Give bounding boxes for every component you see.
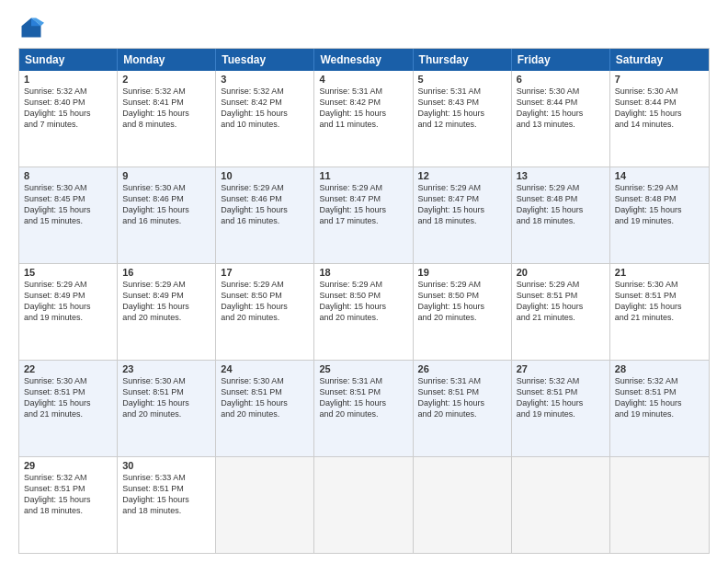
day-details: Sunrise: 5:29 AMSunset: 8:47 PMDaylight:…: [418, 182, 506, 227]
day-cell-9: 9Sunrise: 5:30 AMSunset: 8:46 PMDaylight…: [118, 167, 216, 263]
day-details: Sunrise: 5:29 AMSunset: 8:49 PMDaylight:…: [122, 279, 210, 324]
day-details: Sunrise: 5:30 AMSunset: 8:44 PMDaylight:…: [615, 86, 704, 131]
day-details: Sunrise: 5:31 AMSunset: 8:51 PMDaylight:…: [418, 375, 506, 420]
calendar-row-1: 8Sunrise: 5:30 AMSunset: 8:45 PMDaylight…: [19, 167, 709, 263]
day-details: Sunrise: 5:29 AMSunset: 8:47 PMDaylight:…: [319, 182, 407, 227]
day-cell-4: 4Sunrise: 5:31 AMSunset: 8:42 PMDaylight…: [314, 71, 413, 167]
day-details: Sunrise: 5:29 AMSunset: 8:48 PMDaylight:…: [517, 182, 605, 227]
day-details: Sunrise: 5:30 AMSunset: 8:45 PMDaylight:…: [24, 182, 112, 227]
day-cell-18: 18Sunrise: 5:29 AMSunset: 8:50 PMDayligh…: [314, 264, 413, 360]
header-day-sunday: Sunday: [19, 49, 118, 71]
day-number: 5: [418, 74, 506, 85]
day-details: Sunrise: 5:33 AMSunset: 8:51 PMDaylight:…: [122, 472, 210, 517]
day-details: Sunrise: 5:31 AMSunset: 8:51 PMDaylight:…: [319, 375, 407, 420]
day-number: 6: [517, 74, 605, 85]
day-cell-22: 22Sunrise: 5:30 AMSunset: 8:51 PMDayligh…: [19, 361, 118, 456]
day-number: 13: [517, 170, 605, 181]
day-number: 3: [221, 74, 309, 85]
empty-cell: [414, 457, 512, 553]
day-number: 7: [615, 74, 704, 85]
day-cell-16: 16Sunrise: 5:29 AMSunset: 8:49 PMDayligh…: [118, 264, 216, 360]
header-day-wednesday: Wednesday: [314, 49, 413, 71]
day-details: Sunrise: 5:32 AMSunset: 8:51 PMDaylight:…: [517, 375, 605, 420]
logo-icon: [18, 15, 44, 40]
day-cell-13: 13Sunrise: 5:29 AMSunset: 8:48 PMDayligh…: [512, 167, 610, 263]
day-number: 24: [221, 363, 309, 374]
day-number: 18: [319, 267, 407, 278]
calendar-row-0: 1Sunrise: 5:32 AMSunset: 8:40 PMDaylight…: [19, 71, 709, 167]
day-number: 23: [122, 363, 210, 374]
day-number: 12: [418, 170, 506, 181]
day-cell-29: 29Sunrise: 5:32 AMSunset: 8:51 PMDayligh…: [19, 457, 118, 553]
day-cell-30: 30Sunrise: 5:33 AMSunset: 8:51 PMDayligh…: [118, 457, 216, 553]
day-number: 11: [319, 170, 407, 181]
empty-cell: [216, 457, 314, 553]
day-details: Sunrise: 5:29 AMSunset: 8:46 PMDaylight:…: [221, 182, 309, 227]
day-details: Sunrise: 5:30 AMSunset: 8:51 PMDaylight:…: [24, 375, 112, 420]
day-cell-20: 20Sunrise: 5:29 AMSunset: 8:51 PMDayligh…: [512, 264, 610, 360]
header-day-saturday: Saturday: [610, 49, 709, 71]
day-cell-3: 3Sunrise: 5:32 AMSunset: 8:42 PMDaylight…: [216, 71, 314, 167]
calendar-row-2: 15Sunrise: 5:29 AMSunset: 8:49 PMDayligh…: [19, 263, 709, 360]
day-number: 22: [24, 363, 112, 374]
day-number: 14: [615, 170, 704, 181]
day-cell-23: 23Sunrise: 5:30 AMSunset: 8:51 PMDayligh…: [118, 361, 216, 456]
day-cell-6: 6Sunrise: 5:30 AMSunset: 8:44 PMDaylight…: [512, 71, 610, 167]
day-details: Sunrise: 5:32 AMSunset: 8:51 PMDaylight:…: [615, 375, 704, 420]
day-cell-1: 1Sunrise: 5:32 AMSunset: 8:40 PMDaylight…: [19, 71, 118, 167]
day-number: 1: [24, 74, 112, 85]
day-number: 9: [122, 170, 210, 181]
day-cell-27: 27Sunrise: 5:32 AMSunset: 8:51 PMDayligh…: [512, 361, 610, 456]
day-cell-7: 7Sunrise: 5:30 AMSunset: 8:44 PMDaylight…: [610, 71, 709, 167]
page-header: [18, 15, 710, 40]
header-day-tuesday: Tuesday: [216, 49, 314, 71]
day-details: Sunrise: 5:32 AMSunset: 8:40 PMDaylight:…: [24, 86, 112, 131]
day-number: 26: [418, 363, 506, 374]
day-number: 27: [517, 363, 605, 374]
day-cell-11: 11Sunrise: 5:29 AMSunset: 8:47 PMDayligh…: [314, 167, 413, 263]
day-number: 17: [221, 267, 309, 278]
day-number: 29: [24, 460, 112, 471]
header-day-friday: Friday: [512, 49, 610, 71]
day-number: 19: [418, 267, 506, 278]
calendar-body: 1Sunrise: 5:32 AMSunset: 8:40 PMDaylight…: [19, 71, 709, 553]
day-details: Sunrise: 5:32 AMSunset: 8:41 PMDaylight:…: [122, 86, 210, 131]
day-cell-28: 28Sunrise: 5:32 AMSunset: 8:51 PMDayligh…: [610, 361, 709, 456]
day-number: 25: [319, 363, 407, 374]
day-cell-17: 17Sunrise: 5:29 AMSunset: 8:50 PMDayligh…: [216, 264, 314, 360]
header-day-monday: Monday: [118, 49, 216, 71]
calendar-row-4: 29Sunrise: 5:32 AMSunset: 8:51 PMDayligh…: [19, 456, 709, 553]
day-cell-5: 5Sunrise: 5:31 AMSunset: 8:43 PMDaylight…: [414, 71, 512, 167]
day-number: 4: [319, 74, 407, 85]
day-number: 10: [221, 170, 309, 181]
day-cell-12: 12Sunrise: 5:29 AMSunset: 8:47 PMDayligh…: [414, 167, 512, 263]
empty-cell: [314, 457, 413, 553]
day-cell-21: 21Sunrise: 5:30 AMSunset: 8:51 PMDayligh…: [610, 264, 709, 360]
calendar-header: SundayMondayTuesdayWednesdayThursdayFrid…: [19, 49, 709, 71]
day-cell-14: 14Sunrise: 5:29 AMSunset: 8:48 PMDayligh…: [610, 167, 709, 263]
day-details: Sunrise: 5:30 AMSunset: 8:51 PMDaylight:…: [615, 279, 704, 324]
day-number: 21: [615, 267, 704, 278]
day-details: Sunrise: 5:30 AMSunset: 8:51 PMDaylight:…: [221, 375, 309, 420]
day-details: Sunrise: 5:29 AMSunset: 8:49 PMDaylight:…: [24, 279, 112, 324]
empty-cell: [610, 457, 709, 553]
day-number: 16: [122, 267, 210, 278]
calendar: SundayMondayTuesdayWednesdayThursdayFrid…: [18, 48, 710, 554]
page: SundayMondayTuesdayWednesdayThursdayFrid…: [0, 0, 728, 563]
day-number: 8: [24, 170, 112, 181]
day-details: Sunrise: 5:31 AMSunset: 8:42 PMDaylight:…: [319, 86, 407, 131]
day-number: 20: [517, 267, 605, 278]
day-number: 2: [122, 74, 210, 85]
day-details: Sunrise: 5:31 AMSunset: 8:43 PMDaylight:…: [418, 86, 506, 131]
day-details: Sunrise: 5:32 AMSunset: 8:51 PMDaylight:…: [24, 472, 112, 517]
day-details: Sunrise: 5:29 AMSunset: 8:51 PMDaylight:…: [517, 279, 605, 324]
day-cell-24: 24Sunrise: 5:30 AMSunset: 8:51 PMDayligh…: [216, 361, 314, 456]
day-cell-2: 2Sunrise: 5:32 AMSunset: 8:41 PMDaylight…: [118, 71, 216, 167]
day-details: Sunrise: 5:30 AMSunset: 8:44 PMDaylight:…: [517, 86, 605, 131]
day-cell-10: 10Sunrise: 5:29 AMSunset: 8:46 PMDayligh…: [216, 167, 314, 263]
logo: [18, 15, 48, 40]
day-details: Sunrise: 5:30 AMSunset: 8:46 PMDaylight:…: [122, 182, 210, 227]
day-details: Sunrise: 5:29 AMSunset: 8:50 PMDaylight:…: [221, 279, 309, 324]
day-cell-15: 15Sunrise: 5:29 AMSunset: 8:49 PMDayligh…: [19, 264, 118, 360]
day-details: Sunrise: 5:29 AMSunset: 8:50 PMDaylight:…: [418, 279, 506, 324]
